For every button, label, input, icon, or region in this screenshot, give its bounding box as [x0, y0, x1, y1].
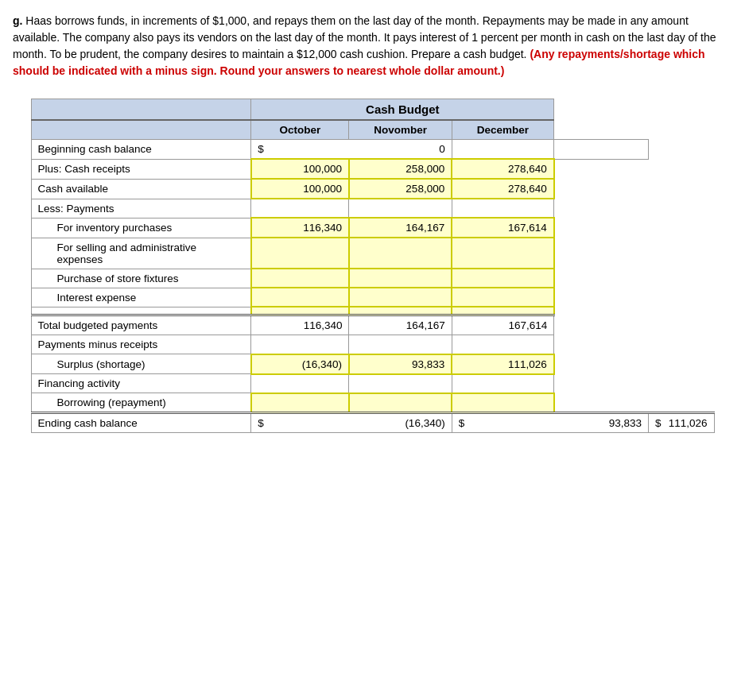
- value-oct: [251, 335, 349, 354]
- value-dec: 167,614: [452, 315, 554, 335]
- intro-paragraph: g. Haas borrows funds, in increments of …: [13, 13, 732, 79]
- table-row: Borrowing (repayment): [31, 393, 714, 413]
- value-nov[interactable]: 164,167: [349, 218, 452, 238]
- value-oct: 0: [349, 140, 452, 160]
- row-label: Beginning cash balance: [31, 140, 251, 160]
- value-dec: [452, 374, 554, 393]
- value-dec[interactable]: [452, 238, 554, 269]
- value-dec: 111,026: [662, 413, 714, 433]
- value-oct: [251, 199, 349, 218]
- table-row: Plus: Cash receipts100,000258,000278,640: [31, 159, 714, 179]
- value-nov: 164,167: [349, 315, 452, 335]
- label-g: g.: [13, 14, 22, 27]
- table-row: Financing activity: [31, 374, 714, 393]
- value-dec[interactable]: 278,640: [452, 159, 554, 179]
- row-label: [31, 307, 251, 315]
- value-nov[interactable]: [349, 238, 452, 269]
- table-row: Beginning cash balance$0: [31, 140, 714, 160]
- dollar-sign-dec: $: [648, 413, 662, 433]
- value-nov: [349, 335, 452, 354]
- row-label: Purchase of store fixtures: [31, 269, 251, 288]
- value-nov[interactable]: 93,833: [349, 354, 452, 374]
- value-dec[interactable]: [452, 393, 554, 413]
- value-nov: [349, 374, 452, 393]
- value-oct: 116,340: [251, 315, 349, 335]
- value-oct: (16,340): [349, 413, 452, 433]
- value-dec[interactable]: 111,026: [452, 354, 554, 374]
- cash-budget-section: Cash Budget October Novomber December Be…: [13, 99, 732, 433]
- col-header-october: October: [251, 120, 349, 140]
- dollar-sign-oct: $: [251, 140, 349, 160]
- table-title-row: Cash Budget: [31, 99, 714, 121]
- row-label: Ending cash balance: [31, 413, 251, 433]
- table-row: Cash available100,000258,000278,640: [31, 179, 714, 199]
- row-label: For selling and administrative expenses: [31, 238, 251, 269]
- table-row: [31, 307, 714, 315]
- value-nov[interactable]: [349, 393, 452, 413]
- row-label: For inventory purchases: [31, 218, 251, 238]
- row-label: Less: Payments: [31, 199, 251, 218]
- value-dec[interactable]: 167,614: [452, 218, 554, 238]
- value-dec: [452, 199, 554, 218]
- value-nov: [349, 199, 452, 218]
- table-row: Less: Payments: [31, 199, 714, 218]
- value-oct: [251, 374, 349, 393]
- table-header-row: October Novomber December: [31, 120, 714, 140]
- table-title: Cash Budget: [251, 99, 554, 121]
- value-nov[interactable]: [349, 307, 452, 315]
- value-oct[interactable]: [251, 307, 349, 315]
- value-nov[interactable]: [349, 288, 452, 307]
- dollar-sign-nov: $: [452, 413, 554, 433]
- value-oct[interactable]: 100,000: [251, 159, 349, 179]
- table-row: For selling and administrative expenses: [31, 238, 714, 269]
- row-label: Payments minus receipts: [31, 335, 251, 354]
- value-oct[interactable]: [251, 393, 349, 413]
- value-dec: [452, 335, 554, 354]
- value-nov[interactable]: 258,000: [349, 159, 452, 179]
- table-row: Interest expense: [31, 288, 714, 307]
- row-label: Plus: Cash receipts: [31, 159, 251, 179]
- row-label: Total budgeted payments: [31, 315, 251, 335]
- table-row: For inventory purchases116,340164,167167…: [31, 218, 714, 238]
- dollar-sign-oct: $: [251, 413, 349, 433]
- cash-budget-table: Cash Budget October Novomber December Be…: [31, 99, 715, 433]
- value-oct[interactable]: [251, 288, 349, 307]
- value-nov: [452, 140, 554, 160]
- value-nov[interactable]: 258,000: [349, 179, 452, 199]
- row-label: Interest expense: [31, 288, 251, 307]
- value-nov: 93,833: [554, 413, 649, 433]
- table-row: Total budgeted payments116,340164,167167…: [31, 315, 714, 335]
- value-oct[interactable]: [251, 269, 349, 288]
- col-header-december: December: [452, 120, 554, 140]
- row-label: Surplus (shortage): [31, 354, 251, 374]
- value-dec: [554, 140, 649, 160]
- row-label: Financing activity: [31, 374, 251, 393]
- table-row: Ending cash balance$(16,340)$93,833$111,…: [31, 413, 714, 433]
- value-oct[interactable]: [251, 238, 349, 269]
- table-title-cell: [31, 99, 251, 121]
- value-dec[interactable]: [452, 288, 554, 307]
- value-nov[interactable]: [349, 269, 452, 288]
- table-row: Surplus (shortage)(16,340)93,833111,026: [31, 354, 714, 374]
- value-oct[interactable]: (16,340): [251, 354, 349, 374]
- value-dec[interactable]: [452, 269, 554, 288]
- row-label: Borrowing (repayment): [31, 393, 251, 413]
- col-header-november: Novomber: [349, 120, 452, 140]
- table-row: Purchase of store fixtures: [31, 269, 714, 288]
- row-label: Cash available: [31, 179, 251, 199]
- value-dec[interactable]: 278,640: [452, 179, 554, 199]
- table-row: Payments minus receipts: [31, 335, 714, 354]
- value-oct[interactable]: 100,000: [251, 179, 349, 199]
- value-dec[interactable]: [452, 307, 554, 315]
- value-oct[interactable]: 116,340: [251, 218, 349, 238]
- col-header-label: [31, 120, 251, 140]
